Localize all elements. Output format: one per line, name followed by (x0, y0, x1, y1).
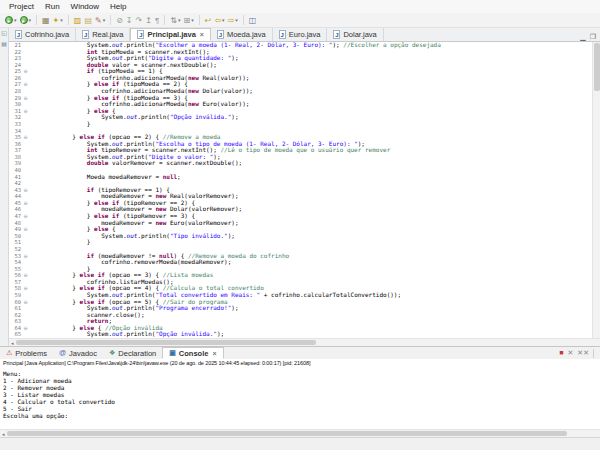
step-into-button[interactable]: ↧ (125, 14, 134, 27)
code-line[interactable]: 22 int tipoMoeda = scanner.nextInt(); (9, 49, 600, 56)
code-line[interactable]: 43⊖ if (tipoRemover == 1) { (9, 187, 600, 194)
skip-breakpoints-button[interactable]: ⊘ (115, 14, 124, 27)
fold-marker-icon[interactable]: ⊖ (22, 299, 29, 306)
close-icon[interactable]: × (200, 31, 204, 38)
menu-window[interactable]: Window (71, 2, 99, 11)
tab-principal-java[interactable]: JPrincipal.java× (130, 28, 210, 41)
code-line[interactable]: 36 System.out.println("Escolha o tipo de… (9, 141, 600, 148)
menu-project[interactable]: Project (9, 2, 34, 11)
fold-marker-icon[interactable]: ⊖ (22, 226, 29, 233)
code-line[interactable]: 64⊖ } else { //Opção inválida (9, 325, 600, 332)
save-button[interactable]: ▤ (83, 14, 93, 27)
fold-marker-icon[interactable]: ⊖ (22, 272, 29, 279)
code-line[interactable]: 33 } (9, 121, 600, 128)
tab-problems[interactable]: ⚠Problems (0, 347, 53, 359)
code-line[interactable]: 26 cofrinho.adicionarMoeda(new Real(valo… (9, 75, 600, 82)
open-folder-button[interactable]: ▨ (73, 14, 83, 27)
console-horizontal-scrollbar[interactable]: ◂ (0, 429, 600, 437)
code-line[interactable]: 24 double valor = scanner.nextDouble(); (9, 62, 600, 69)
external-tools-button[interactable]: ▸▾ (19, 14, 33, 27)
code-line[interactable]: 50 System.out.println("Tipo inválido."); (9, 233, 600, 240)
code-line[interactable]: 47⊖ } else if (tipoRemover == 3) { (9, 213, 600, 220)
code-line[interactable]: 41 Moeda moedaRemover = null; (9, 174, 600, 181)
scrollbar-thumb[interactable] (16, 340, 316, 345)
fold-marker-icon[interactable]: ⊖ (22, 187, 29, 194)
fold-marker-icon[interactable]: ⊖ (22, 325, 29, 332)
run-button[interactable]: ▸▾ (4, 14, 18, 27)
code-line[interactable]: 38 System.out.print("Digite o valor: "); (9, 154, 600, 161)
open-perspective-button[interactable]: ◫ (248, 14, 258, 27)
code-line[interactable]: 23 System.out.print("Digite a quantidade… (9, 55, 600, 62)
sort-button[interactable]: ⇅▾ (169, 14, 181, 27)
scrollbar-thumb[interactable] (7, 431, 567, 436)
fold-marker-icon[interactable]: ⊖ (22, 285, 29, 292)
tab-real-java[interactable]: JReal.java (76, 28, 130, 41)
fold-marker-icon[interactable]: ⊖ (22, 95, 29, 102)
step-over-button[interactable]: ↷ (135, 14, 144, 27)
scroll-left-icon[interactable]: ◂ (0, 430, 7, 438)
code-line[interactable]: 48 moedaRemover = new Euro(valorRemover)… (9, 220, 600, 227)
code-editor[interactable]: 21 System.out.println("Escolher a moeda … (9, 42, 600, 338)
editor-horizontal-scrollbar[interactable]: ◂ (9, 338, 600, 346)
scroll-left-icon[interactable]: ◂ (9, 339, 16, 347)
code-line[interactable]: 52 (9, 246, 600, 253)
new-java-project-button[interactable]: ▦ (41, 14, 51, 27)
tab-euro-java[interactable]: JEuro.java (273, 28, 328, 41)
show-whitespace-button[interactable]: ¶ (154, 14, 160, 27)
code-line[interactable]: 63 return; (9, 318, 600, 325)
code-line[interactable]: 62 scanner.close(); (9, 312, 600, 319)
code-line[interactable]: 44 moedaRemover = new Real(valorRemover)… (9, 193, 600, 200)
code-line[interactable]: 25⊖ if (tipoMoeda == 1) { (9, 68, 600, 75)
editor-vertical-scrollbar[interactable] (592, 42, 600, 338)
restore-view-icon[interactable]: ◱ (1, 30, 8, 37)
terminate-button[interactable]: ■ (559, 347, 563, 359)
code-line[interactable]: 37 int tipoRemover = scanner.nextInt(); … (9, 147, 600, 154)
minimize-view-icon[interactable]: ▁ (580, 33, 585, 41)
step-return-button[interactable]: ↥ (144, 14, 153, 27)
menu-help[interactable]: Help (110, 2, 126, 11)
code-line[interactable]: 60⊖ } else if (opcao == 5) { //Sair do p… (9, 299, 600, 306)
fold-marker-icon[interactable]: ⊖ (22, 200, 29, 207)
fold-marker-icon[interactable]: ⊖ (22, 213, 29, 220)
code-line[interactable]: 45⊖ } else if (tipoRemover == 2) { (9, 200, 600, 207)
last-edit-button[interactable]: ↩ (204, 14, 213, 27)
code-line[interactable]: 31⊖ } else { (9, 108, 600, 115)
forward-button[interactable]: ⇨▾ (227, 14, 239, 27)
tab-declaration[interactable]: ❖Declaration (103, 347, 162, 359)
console-output[interactable]: Menu:1 - Adicionar moeda2 - Remover moed… (0, 368, 600, 429)
code-line[interactable]: 30 cofrinho.adicionarMoeda(new Euro(valo… (9, 101, 600, 108)
fold-marker-icon[interactable]: ⊖ (22, 253, 29, 260)
tab-cofrinho-java[interactable]: JCofrinho.java (9, 28, 76, 41)
code-line[interactable]: 27⊖ } else if (tipoMoeda == 2) { (9, 81, 600, 88)
code-line[interactable]: 61 System.out.println("Programa encerrad… (9, 305, 600, 312)
code-line[interactable]: 49⊖ } else { (9, 226, 600, 233)
code-line[interactable]: 46 moedaRemover = new Dolar(valorRemover… (9, 206, 600, 213)
code-line[interactable]: 51 } (9, 239, 600, 246)
code-line[interactable]: 29⊖ } else if (tipoMoeda == 3) { (9, 95, 600, 102)
code-line[interactable]: 54 cofrinho.removerMoeda(moedaRemover); (9, 259, 600, 266)
code-line[interactable]: 28 cofrinho.adicionarMoeda(new Dolar(val… (9, 88, 600, 95)
maximize-view-icon[interactable]: ❐ (590, 33, 596, 41)
code-line[interactable]: 40 (9, 167, 600, 174)
code-line[interactable]: 56⊖ } else if (opcao == 3) { //Lista moe… (9, 272, 600, 279)
fold-marker-icon[interactable]: ⊖ (22, 68, 29, 75)
tab-console[interactable]: ▣Console× (162, 347, 223, 359)
package-explorer-icon[interactable]: ▤ (1, 41, 8, 48)
code-line[interactable]: 53⊖ if (moedaRemover != null) { //Remove… (9, 253, 600, 260)
new-wizard-button[interactable]: ✦▾ (52, 14, 64, 27)
code-line[interactable]: 57 cofrinho.listarMoedas(); (9, 279, 600, 286)
code-line[interactable]: 58⊖ } else if (opcao == 4) { //Calcula o… (9, 285, 600, 292)
tab-dolar-java[interactable]: JDolar.java (327, 28, 383, 41)
tab-moeda-java[interactable]: JMoeda.java (211, 28, 273, 41)
annotations-button[interactable]: ⊞▾ (182, 14, 194, 27)
close-icon[interactable]: × (212, 350, 216, 357)
remove-launch-button[interactable]: ✕ (567, 347, 573, 359)
tab-javadoc[interactable]: @Javadoc (53, 347, 103, 359)
code-line[interactable]: 32 System.out.println("Opção inválida.")… (9, 114, 600, 121)
fold-marker-icon[interactable]: ⊖ (22, 134, 29, 141)
code-line[interactable]: 55 } (9, 266, 600, 273)
code-line[interactable]: 21 System.out.println("Escolher a moeda … (9, 42, 600, 49)
code-line[interactable]: 59 System.out.println("Total convertido … (9, 292, 600, 299)
code-line[interactable]: 42 (9, 180, 600, 187)
fold-marker-icon[interactable]: ⊖ (22, 81, 29, 88)
